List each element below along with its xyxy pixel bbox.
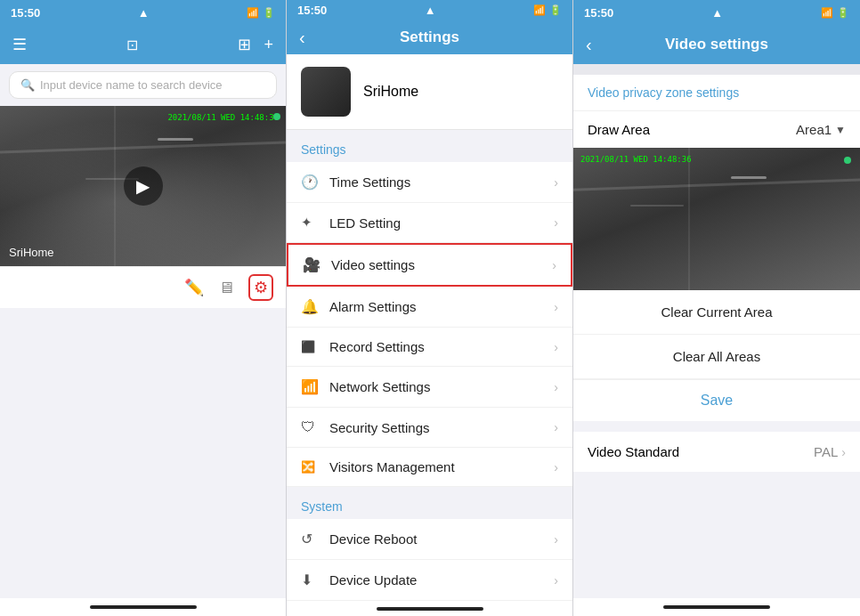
clear-current-area-button[interactable]: Clear Current Area <box>573 290 860 335</box>
edit-icon[interactable]: ✏️ <box>184 278 204 297</box>
device-card-srihome: 2021/08/11 WED 14:48:36 ▶ SriHome ✏️ 🖥 ⚙ <box>0 106 286 308</box>
chevron-record: › <box>554 340 558 354</box>
home-indicator-3 <box>573 598 860 616</box>
camera-timestamp-1: 2021/08/11 WED 14:48:36 <box>167 113 279 122</box>
nav-bar-video: ‹ Video settings <box>573 25 860 64</box>
home-bar-1 <box>90 605 197 609</box>
home-indicator-1 <box>0 598 286 616</box>
system-list: ↺ Device Reboot › ⬇ Device Update › <box>287 519 572 601</box>
security-icon: 🛡 <box>301 419 320 435</box>
status-bar-1: 15:50 ▲ 📶 🔋 <box>0 0 286 25</box>
device-actions: ✏️ 🖥 ⚙ <box>0 266 286 308</box>
panel-video-settings: 15:50 ▲ 📶 🔋 ‹ Video settings Video priva… <box>573 0 860 616</box>
home-bar-3 <box>663 605 770 609</box>
camera-preview-video: 2021/08/11 WED 14:48:36 <box>573 148 860 290</box>
settings-item-record[interactable]: ⬛ Record Settings › <box>287 328 572 367</box>
search-icon: 🔍 <box>20 78 35 92</box>
menu-icon[interactable]: ☰ <box>12 35 27 54</box>
device-thumbnail: 2021/08/11 WED 14:48:36 ▶ SriHome <box>0 106 286 266</box>
back-button-video[interactable]: ‹ <box>586 35 592 55</box>
grid-icon[interactable]: ⊞ <box>238 35 251 54</box>
settings-item-video[interactable]: 🎥 Video settings › <box>287 243 572 287</box>
scan-icon[interactable]: ⊡ <box>126 36 138 53</box>
wifi-icon: 📶 <box>247 7 259 19</box>
chevron-visitors: › <box>554 460 558 474</box>
settings-item-led[interactable]: ✦ LED Setting › <box>287 203 572 243</box>
location-icon: ▲ <box>138 6 150 20</box>
rec-indicator-3 <box>844 157 851 164</box>
reboot-icon: ↺ <box>301 531 320 547</box>
network-icon: 📶 <box>301 378 320 395</box>
settings-item-visitors[interactable]: 🔀 Visitors Management › <box>287 448 572 487</box>
wifi-icon-2: 📶 <box>533 4 546 16</box>
record-icon: ⬛ <box>301 340 320 353</box>
update-icon: ⬇ <box>301 571 320 588</box>
monitor-icon[interactable]: 🖥 <box>218 279 234 297</box>
nav-bar-settings: ‹ Settings <box>287 21 572 54</box>
settings-title: Settings <box>400 28 459 46</box>
network-label: Network Settings <box>329 379 554 394</box>
video-standard-label: Video Standard <box>588 444 679 459</box>
top-divider <box>573 64 860 75</box>
settings-list: 🕐 Time Settings › ✦ LED Setting › 🎥 Vide… <box>287 162 572 487</box>
video-settings-title: Video settings <box>665 36 768 53</box>
section-header-settings: Settings <box>287 130 572 162</box>
time-display-1: 15:50 <box>11 6 40 20</box>
visitors-icon: 🔀 <box>301 460 320 474</box>
chevron-led: › <box>554 215 558 230</box>
settings-icon[interactable]: ⚙ <box>248 274 273 301</box>
panel-device-list: 15:50 ▲ 📶 🔋 ☰ ⊡ Device ⊞ + 🔍 Input devic… <box>0 0 287 616</box>
device-name-settings: SriHome <box>363 84 418 100</box>
time-display-3: 15:50 <box>584 6 613 20</box>
wifi-icon-3: 📶 <box>821 7 833 19</box>
update-label: Device Update <box>329 572 554 588</box>
nav-right-icons: ⊞ + <box>238 35 273 54</box>
battery-icon-2: 🔋 <box>549 4 562 16</box>
settings-item-network[interactable]: 📶 Network Settings › <box>287 367 572 408</box>
status-bar-2: 15:50 ▲ 📶 🔋 <box>287 0 572 21</box>
settings-item-update[interactable]: ⬇ Device Update › <box>287 560 572 601</box>
rec-indicator-1 <box>273 113 280 120</box>
draw-area-label: Draw Area <box>588 122 650 137</box>
chevron-alarm: › <box>554 300 558 314</box>
section-header-system: System <box>287 487 572 519</box>
nav-bar-device: ☰ ⊡ Device ⊞ + <box>0 25 286 64</box>
alarm-label: Alarm Settings <box>329 299 554 314</box>
draw-area-value[interactable]: Area1 ▼ <box>796 122 846 137</box>
settings-item-security[interactable]: 🛡 Security Settings › <box>287 408 572 448</box>
status-bar-3: 15:50 ▲ 📶 🔋 <box>573 0 860 25</box>
chevron-video: › <box>552 258 556 272</box>
chevron-update: › <box>554 573 558 588</box>
record-label: Record Settings <box>329 339 554 354</box>
camera-timestamp-3: 2021/08/11 WED 14:48:36 <box>580 155 692 164</box>
play-button[interactable]: ▶ <box>124 166 163 206</box>
video-standard-row[interactable]: Video Standard PAL › <box>573 432 860 472</box>
chevron-network: › <box>554 380 558 394</box>
status-icons-1: 📶 🔋 <box>247 7 275 19</box>
status-icons-3: 📶 🔋 <box>821 7 849 19</box>
settings-item-alarm[interactable]: 🔔 Alarm Settings › <box>287 287 572 328</box>
device-header-settings: SriHome <box>287 54 572 130</box>
save-button-video[interactable]: Save <box>573 379 860 421</box>
alarm-icon: 🔔 <box>301 298 320 315</box>
panel-settings: 15:50 ▲ 📶 🔋 ‹ Settings SriHome Settings … <box>287 0 573 616</box>
privacy-zone-link[interactable]: Video privacy zone settings <box>573 75 860 110</box>
location-icon-2: ▲ <box>425 4 436 17</box>
device-label: SriHome <box>9 246 54 259</box>
reboot-label: Device Reboot <box>329 531 554 547</box>
settings-item-reboot[interactable]: ↺ Device Reboot › <box>287 519 572 560</box>
video-label: Video settings <box>331 257 552 272</box>
add-device-icon[interactable]: + <box>264 36 273 54</box>
status-icons-2: 📶 🔋 <box>533 4 562 16</box>
time-label: Time Settings <box>329 174 554 190</box>
settings-item-time[interactable]: 🕐 Time Settings › <box>287 162 572 203</box>
back-button-settings[interactable]: ‹ <box>299 28 305 48</box>
device-thumb-small <box>301 67 351 117</box>
home-bar-2 <box>377 607 483 611</box>
battery-icon-3: 🔋 <box>837 7 849 19</box>
led-icon: ✦ <box>301 215 320 231</box>
search-bar[interactable]: 🔍 Input device name to search device <box>9 71 277 99</box>
clear-all-areas-button[interactable]: Clear All Areas <box>573 335 860 379</box>
chevron-reboot: › <box>554 532 558 547</box>
area-value-text: Area1 <box>796 122 832 137</box>
